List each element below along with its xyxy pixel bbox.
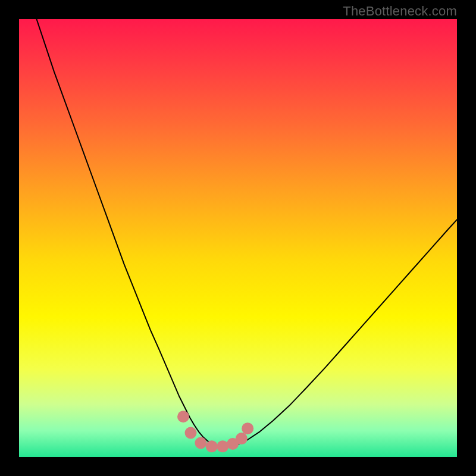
- marker-point: [206, 440, 218, 452]
- marker-point: [177, 411, 189, 422]
- marker-point: [195, 437, 206, 449]
- marker-point: [236, 433, 248, 444]
- gradient-background: [19, 19, 457, 457]
- watermark-text: TheBottleneck.com: [343, 4, 457, 19]
- chart-svg: [19, 19, 457, 457]
- marker-point: [242, 422, 253, 434]
- outer-frame: TheBottleneck.com: [0, 0, 476, 476]
- plot-area: [19, 19, 457, 457]
- marker-point: [217, 440, 228, 452]
- marker-point: [185, 427, 197, 439]
